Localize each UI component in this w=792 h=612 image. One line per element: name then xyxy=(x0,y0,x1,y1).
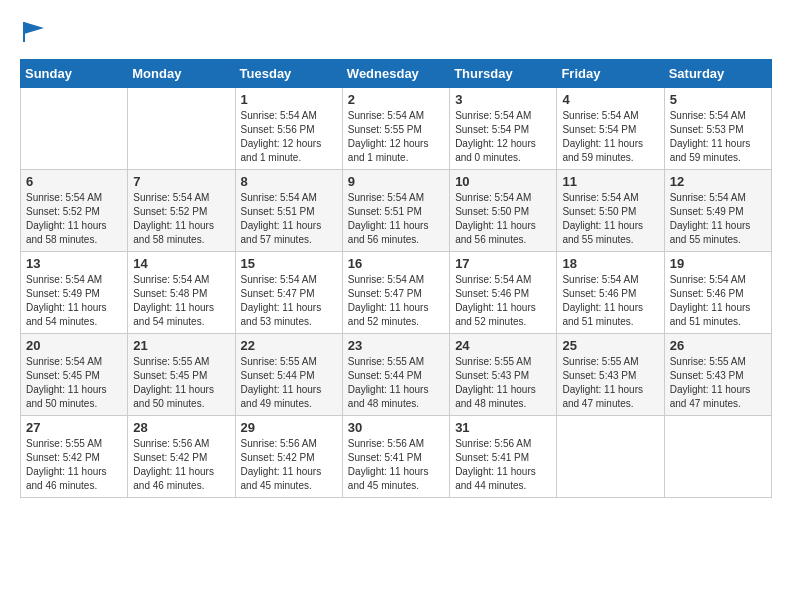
calendar-cell: 1Sunrise: 5:54 AMSunset: 5:56 PMDaylight… xyxy=(235,88,342,170)
calendar-header-row: SundayMondayTuesdayWednesdayThursdayFrid… xyxy=(21,60,772,88)
day-number: 13 xyxy=(26,256,122,271)
calendar-cell: 25Sunrise: 5:55 AMSunset: 5:43 PMDayligh… xyxy=(557,334,664,416)
calendar-cell: 15Sunrise: 5:54 AMSunset: 5:47 PMDayligh… xyxy=(235,252,342,334)
day-number: 11 xyxy=(562,174,658,189)
day-number: 8 xyxy=(241,174,337,189)
calendar-cell xyxy=(128,88,235,170)
header xyxy=(20,20,772,49)
day-number: 14 xyxy=(133,256,229,271)
cell-info: Sunrise: 5:54 AMSunset: 5:46 PMDaylight:… xyxy=(670,273,766,329)
day-number: 28 xyxy=(133,420,229,435)
calendar-cell xyxy=(557,416,664,498)
day-number: 4 xyxy=(562,92,658,107)
cell-info: Sunrise: 5:54 AMSunset: 5:45 PMDaylight:… xyxy=(26,355,122,411)
logo xyxy=(20,20,50,49)
day-number: 7 xyxy=(133,174,229,189)
calendar-cell: 7Sunrise: 5:54 AMSunset: 5:52 PMDaylight… xyxy=(128,170,235,252)
cell-info: Sunrise: 5:56 AMSunset: 5:41 PMDaylight:… xyxy=(348,437,444,493)
calendar-table: SundayMondayTuesdayWednesdayThursdayFrid… xyxy=(20,59,772,498)
day-number: 6 xyxy=(26,174,122,189)
calendar-cell: 4Sunrise: 5:54 AMSunset: 5:54 PMDaylight… xyxy=(557,88,664,170)
cell-info: Sunrise: 5:55 AMSunset: 5:44 PMDaylight:… xyxy=(348,355,444,411)
day-number: 15 xyxy=(241,256,337,271)
day-header-monday: Monday xyxy=(128,60,235,88)
cell-info: Sunrise: 5:54 AMSunset: 5:56 PMDaylight:… xyxy=(241,109,337,165)
day-number: 2 xyxy=(348,92,444,107)
calendar-cell: 30Sunrise: 5:56 AMSunset: 5:41 PMDayligh… xyxy=(342,416,449,498)
day-number: 9 xyxy=(348,174,444,189)
day-header-friday: Friday xyxy=(557,60,664,88)
cell-info: Sunrise: 5:55 AMSunset: 5:44 PMDaylight:… xyxy=(241,355,337,411)
cell-info: Sunrise: 5:55 AMSunset: 5:45 PMDaylight:… xyxy=(133,355,229,411)
calendar-cell: 19Sunrise: 5:54 AMSunset: 5:46 PMDayligh… xyxy=(664,252,771,334)
cell-info: Sunrise: 5:54 AMSunset: 5:54 PMDaylight:… xyxy=(562,109,658,165)
cell-info: Sunrise: 5:56 AMSunset: 5:42 PMDaylight:… xyxy=(133,437,229,493)
calendar-cell: 26Sunrise: 5:55 AMSunset: 5:43 PMDayligh… xyxy=(664,334,771,416)
calendar-cell: 6Sunrise: 5:54 AMSunset: 5:52 PMDaylight… xyxy=(21,170,128,252)
week-row-5: 27Sunrise: 5:55 AMSunset: 5:42 PMDayligh… xyxy=(21,416,772,498)
day-number: 22 xyxy=(241,338,337,353)
day-number: 31 xyxy=(455,420,551,435)
calendar-cell: 13Sunrise: 5:54 AMSunset: 5:49 PMDayligh… xyxy=(21,252,128,334)
calendar-page: SundayMondayTuesdayWednesdayThursdayFrid… xyxy=(0,0,792,518)
cell-info: Sunrise: 5:54 AMSunset: 5:51 PMDaylight:… xyxy=(241,191,337,247)
cell-info: Sunrise: 5:54 AMSunset: 5:51 PMDaylight:… xyxy=(348,191,444,247)
day-header-thursday: Thursday xyxy=(450,60,557,88)
day-number: 3 xyxy=(455,92,551,107)
calendar-cell: 23Sunrise: 5:55 AMSunset: 5:44 PMDayligh… xyxy=(342,334,449,416)
cell-info: Sunrise: 5:54 AMSunset: 5:50 PMDaylight:… xyxy=(562,191,658,247)
cell-info: Sunrise: 5:54 AMSunset: 5:47 PMDaylight:… xyxy=(348,273,444,329)
day-header-tuesday: Tuesday xyxy=(235,60,342,88)
cell-info: Sunrise: 5:54 AMSunset: 5:46 PMDaylight:… xyxy=(455,273,551,329)
calendar-cell: 9Sunrise: 5:54 AMSunset: 5:51 PMDaylight… xyxy=(342,170,449,252)
calendar-cell: 21Sunrise: 5:55 AMSunset: 5:45 PMDayligh… xyxy=(128,334,235,416)
cell-info: Sunrise: 5:54 AMSunset: 5:55 PMDaylight:… xyxy=(348,109,444,165)
day-header-wednesday: Wednesday xyxy=(342,60,449,88)
day-number: 10 xyxy=(455,174,551,189)
day-number: 23 xyxy=(348,338,444,353)
calendar-cell: 29Sunrise: 5:56 AMSunset: 5:42 PMDayligh… xyxy=(235,416,342,498)
logo-text xyxy=(20,20,50,49)
cell-info: Sunrise: 5:55 AMSunset: 5:43 PMDaylight:… xyxy=(670,355,766,411)
day-number: 12 xyxy=(670,174,766,189)
calendar-cell: 20Sunrise: 5:54 AMSunset: 5:45 PMDayligh… xyxy=(21,334,128,416)
calendar-cell: 18Sunrise: 5:54 AMSunset: 5:46 PMDayligh… xyxy=(557,252,664,334)
day-number: 5 xyxy=(670,92,766,107)
calendar-cell: 10Sunrise: 5:54 AMSunset: 5:50 PMDayligh… xyxy=(450,170,557,252)
calendar-cell: 16Sunrise: 5:54 AMSunset: 5:47 PMDayligh… xyxy=(342,252,449,334)
cell-info: Sunrise: 5:55 AMSunset: 5:43 PMDaylight:… xyxy=(455,355,551,411)
week-row-4: 20Sunrise: 5:54 AMSunset: 5:45 PMDayligh… xyxy=(21,334,772,416)
calendar-cell: 27Sunrise: 5:55 AMSunset: 5:42 PMDayligh… xyxy=(21,416,128,498)
day-number: 17 xyxy=(455,256,551,271)
svg-marker-0 xyxy=(24,22,44,34)
day-number: 18 xyxy=(562,256,658,271)
day-number: 29 xyxy=(241,420,337,435)
cell-info: Sunrise: 5:54 AMSunset: 5:52 PMDaylight:… xyxy=(26,191,122,247)
day-number: 27 xyxy=(26,420,122,435)
cell-info: Sunrise: 5:54 AMSunset: 5:49 PMDaylight:… xyxy=(26,273,122,329)
calendar-cell: 28Sunrise: 5:56 AMSunset: 5:42 PMDayligh… xyxy=(128,416,235,498)
day-number: 24 xyxy=(455,338,551,353)
calendar-cell: 5Sunrise: 5:54 AMSunset: 5:53 PMDaylight… xyxy=(664,88,771,170)
calendar-cell: 8Sunrise: 5:54 AMSunset: 5:51 PMDaylight… xyxy=(235,170,342,252)
cell-info: Sunrise: 5:56 AMSunset: 5:41 PMDaylight:… xyxy=(455,437,551,493)
calendar-cell: 22Sunrise: 5:55 AMSunset: 5:44 PMDayligh… xyxy=(235,334,342,416)
cell-info: Sunrise: 5:54 AMSunset: 5:52 PMDaylight:… xyxy=(133,191,229,247)
cell-info: Sunrise: 5:55 AMSunset: 5:42 PMDaylight:… xyxy=(26,437,122,493)
cell-info: Sunrise: 5:54 AMSunset: 5:48 PMDaylight:… xyxy=(133,273,229,329)
calendar-cell: 11Sunrise: 5:54 AMSunset: 5:50 PMDayligh… xyxy=(557,170,664,252)
cell-info: Sunrise: 5:54 AMSunset: 5:53 PMDaylight:… xyxy=(670,109,766,165)
cell-info: Sunrise: 5:54 AMSunset: 5:49 PMDaylight:… xyxy=(670,191,766,247)
day-number: 21 xyxy=(133,338,229,353)
calendar-cell: 31Sunrise: 5:56 AMSunset: 5:41 PMDayligh… xyxy=(450,416,557,498)
day-number: 25 xyxy=(562,338,658,353)
day-number: 30 xyxy=(348,420,444,435)
week-row-2: 6Sunrise: 5:54 AMSunset: 5:52 PMDaylight… xyxy=(21,170,772,252)
day-header-sunday: Sunday xyxy=(21,60,128,88)
day-number: 16 xyxy=(348,256,444,271)
calendar-cell xyxy=(21,88,128,170)
calendar-cell: 14Sunrise: 5:54 AMSunset: 5:48 PMDayligh… xyxy=(128,252,235,334)
cell-info: Sunrise: 5:55 AMSunset: 5:43 PMDaylight:… xyxy=(562,355,658,411)
calendar-cell xyxy=(664,416,771,498)
cell-info: Sunrise: 5:54 AMSunset: 5:46 PMDaylight:… xyxy=(562,273,658,329)
